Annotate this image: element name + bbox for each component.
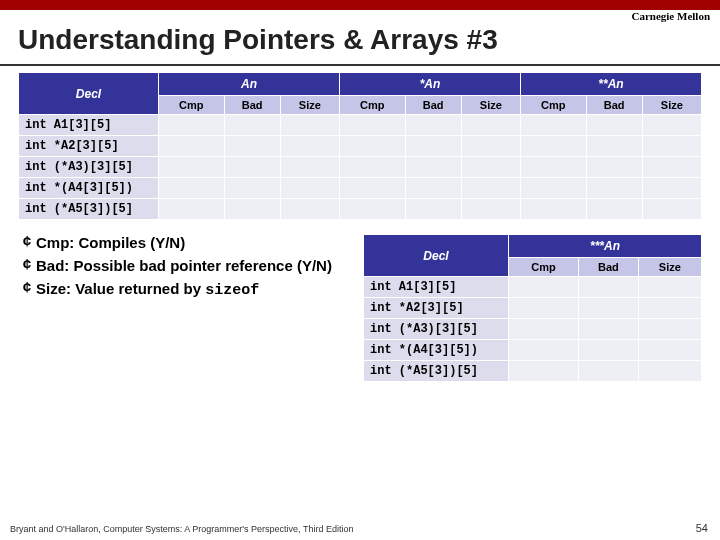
cell bbox=[638, 361, 701, 382]
cell bbox=[586, 157, 642, 178]
bullet-2: Size: Value returned by sizeof bbox=[36, 280, 353, 301]
bullet-marker-icon: ¢ bbox=[18, 280, 36, 297]
cell bbox=[224, 115, 280, 136]
cell bbox=[461, 115, 520, 136]
page-number: 54 bbox=[696, 522, 708, 534]
small-header-starstarstar-an: ***An bbox=[509, 235, 702, 258]
cell bbox=[578, 298, 638, 319]
main-decl-4: int (*A5[3])[5] bbox=[19, 199, 159, 220]
cell bbox=[224, 178, 280, 199]
cell bbox=[520, 136, 586, 157]
small-decl-0: int A1[3][5] bbox=[364, 277, 509, 298]
main-header-decl: Decl bbox=[19, 73, 159, 115]
cell bbox=[638, 277, 701, 298]
cell bbox=[509, 298, 579, 319]
cell bbox=[339, 115, 405, 136]
cell bbox=[461, 199, 520, 220]
cell bbox=[159, 178, 225, 199]
small-header-decl: Decl bbox=[364, 235, 509, 277]
bullet-marker-icon: ¢ bbox=[18, 234, 36, 251]
sub-cmp-2: Cmp bbox=[339, 96, 405, 115]
small-sub-bad: Bad bbox=[578, 258, 638, 277]
main-header-star-an: *An bbox=[339, 73, 520, 96]
sub-size-2: Size bbox=[461, 96, 520, 115]
cell bbox=[520, 115, 586, 136]
main-header-an: An bbox=[159, 73, 340, 96]
cell bbox=[224, 157, 280, 178]
sub-size-3: Size bbox=[642, 96, 701, 115]
cell bbox=[520, 157, 586, 178]
sub-bad-1: Bad bbox=[224, 96, 280, 115]
bullet-marker-icon: ¢ bbox=[18, 257, 36, 274]
cell bbox=[280, 115, 339, 136]
cell bbox=[509, 340, 579, 361]
cell bbox=[339, 157, 405, 178]
cell bbox=[638, 340, 701, 361]
lower-row: ¢Cmp: Compiles (Y/N) ¢Bad: Possible bad … bbox=[18, 234, 702, 382]
bullet-1: Bad: Possible bad pointer reference (Y/N… bbox=[36, 257, 353, 276]
sub-cmp-1: Cmp bbox=[159, 96, 225, 115]
cell bbox=[638, 319, 701, 340]
cell bbox=[461, 178, 520, 199]
main-decl-3: int *(A4[3][5]) bbox=[19, 178, 159, 199]
main-decl-0: int A1[3][5] bbox=[19, 115, 159, 136]
cell bbox=[159, 157, 225, 178]
cell bbox=[461, 157, 520, 178]
cell bbox=[280, 136, 339, 157]
cell bbox=[461, 136, 520, 157]
cell bbox=[520, 178, 586, 199]
cell bbox=[405, 178, 461, 199]
cell bbox=[339, 199, 405, 220]
sub-size-1: Size bbox=[280, 96, 339, 115]
cell bbox=[224, 136, 280, 157]
main-table: Decl An *An **An Cmp Bad Size Cmp Bad Si… bbox=[18, 72, 702, 220]
sizeof-code: sizeof bbox=[205, 282, 259, 299]
cell bbox=[509, 277, 579, 298]
cell bbox=[586, 199, 642, 220]
small-decl-4: int (*A5[3])[5] bbox=[364, 361, 509, 382]
cell bbox=[578, 361, 638, 382]
brand-label: Carnegie Mellon bbox=[631, 10, 710, 22]
cell bbox=[520, 199, 586, 220]
sub-cmp-3: Cmp bbox=[520, 96, 586, 115]
cell bbox=[642, 157, 701, 178]
cell bbox=[405, 199, 461, 220]
cell bbox=[405, 115, 461, 136]
cell bbox=[159, 136, 225, 157]
small-decl-1: int *A2[3][5] bbox=[364, 298, 509, 319]
cell bbox=[280, 157, 339, 178]
cell bbox=[586, 136, 642, 157]
content-area: Decl An *An **An Cmp Bad Size Cmp Bad Si… bbox=[0, 72, 720, 382]
small-table: Decl ***An Cmp Bad Size int A1[3][5] int… bbox=[363, 234, 702, 382]
small-decl-3: int *(A4[3][5]) bbox=[364, 340, 509, 361]
bullet-0: Cmp: Compiles (Y/N) bbox=[36, 234, 353, 253]
cell bbox=[586, 178, 642, 199]
sub-bad-3: Bad bbox=[586, 96, 642, 115]
cell bbox=[509, 361, 579, 382]
cell bbox=[339, 178, 405, 199]
cell bbox=[578, 340, 638, 361]
small-table-wrap: Decl ***An Cmp Bad Size int A1[3][5] int… bbox=[363, 234, 702, 382]
cell bbox=[509, 319, 579, 340]
page-title: Understanding Pointers & Arrays #3 bbox=[0, 10, 720, 64]
top-red-bar bbox=[0, 0, 720, 10]
sub-bad-2: Bad bbox=[405, 96, 461, 115]
cell bbox=[642, 115, 701, 136]
main-decl-1: int *A2[3][5] bbox=[19, 136, 159, 157]
cell bbox=[405, 157, 461, 178]
bullet-list: ¢Cmp: Compiles (Y/N) ¢Bad: Possible bad … bbox=[18, 234, 353, 382]
title-divider bbox=[0, 64, 720, 66]
cell bbox=[642, 199, 701, 220]
cell bbox=[280, 178, 339, 199]
cell bbox=[224, 199, 280, 220]
cell bbox=[405, 136, 461, 157]
cell bbox=[159, 115, 225, 136]
cell bbox=[642, 136, 701, 157]
main-header-starstar-an: **An bbox=[520, 73, 701, 96]
small-decl-2: int (*A3)[3][5] bbox=[364, 319, 509, 340]
cell bbox=[586, 115, 642, 136]
cell bbox=[638, 298, 701, 319]
cell bbox=[578, 319, 638, 340]
cell bbox=[339, 136, 405, 157]
small-sub-size: Size bbox=[638, 258, 701, 277]
